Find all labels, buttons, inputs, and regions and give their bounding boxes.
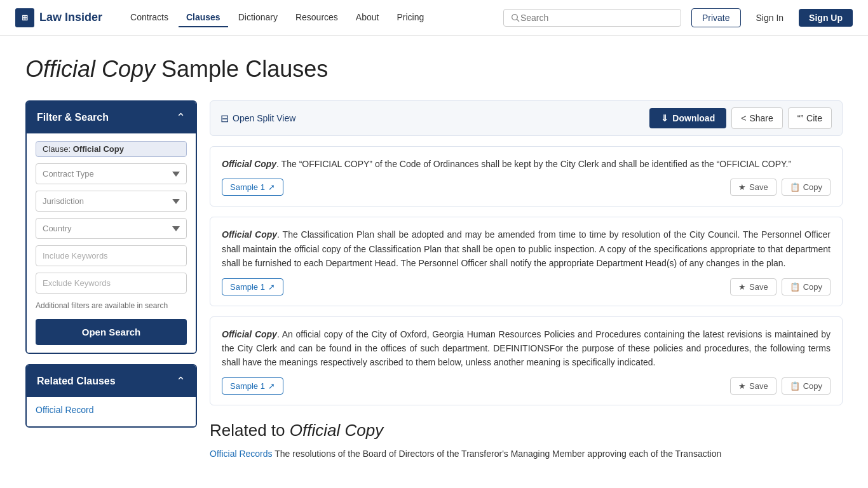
copy-icon-3: 📋	[790, 381, 800, 391]
download-icon: ⇓	[661, 113, 668, 123]
related-title-text: Related to	[210, 421, 290, 440]
filter-header: Filter & Search ⌃	[27, 102, 196, 133]
external-link-icon-3: ➚	[268, 381, 275, 391]
exclude-keywords-input[interactable]	[36, 273, 187, 294]
clause-footer-2: Sample 1 ➚ ★ Save 📋 Copy	[222, 278, 831, 295]
clause-text-2: Official Copy. The Classification Plan s…	[222, 227, 831, 270]
filter-panel: Filter & Search ⌃ Clause: Official Copy …	[25, 100, 197, 354]
related-section-text: Official Records The resolutions of the …	[210, 447, 843, 461]
share-button[interactable]: < Share	[731, 107, 783, 129]
clause-actions-1: ★ Save 📋 Copy	[730, 179, 831, 196]
nav-contracts[interactable]: Contracts	[123, 8, 176, 27]
clause-card-1: Official Copy. The “OFFICIAL COPY” of th…	[210, 146, 843, 207]
navbar-actions: Private Sign In Sign Up	[691, 8, 853, 27]
share-icon: <	[741, 113, 746, 123]
search-bar	[503, 9, 681, 27]
save-label-2: Save	[749, 282, 768, 292]
save-button-2[interactable]: ★ Save	[730, 278, 776, 295]
cite-button[interactable]: “” Cite	[788, 107, 832, 129]
cite-icon: “”	[797, 113, 803, 123]
related-header: Related Clauses ⌃	[27, 365, 196, 397]
signup-button[interactable]: Sign Up	[799, 9, 853, 27]
related-link-official-record[interactable]: Official Record	[36, 405, 187, 415]
cite-label: Cite	[806, 113, 822, 123]
external-link-icon-2: ➚	[268, 282, 275, 292]
nav-about[interactable]: About	[348, 8, 387, 27]
filter-body: Clause: Official Copy Contract Type Juri…	[27, 133, 196, 353]
open-split-view-button[interactable]: Open Split View	[233, 113, 295, 123]
clause-text-3: Official Copy. An official copy of the C…	[222, 327, 831, 370]
search-input[interactable]	[520, 13, 674, 23]
svg-line-1	[517, 19, 519, 22]
save-star-icon-1: ★	[738, 182, 746, 192]
related-chevron-icon[interactable]: ⌃	[176, 374, 186, 388]
navbar: ⊞ Law Insider Contracts Clauses Dictiona…	[0, 0, 868, 36]
page-title-italic: Official Copy	[25, 56, 155, 82]
sample-button-3[interactable]: Sample 1 ➚	[222, 377, 283, 395]
save-button-1[interactable]: ★ Save	[730, 179, 776, 196]
nav-links: Contracts Clauses Dictionary Resources A…	[123, 8, 503, 27]
save-label-3: Save	[749, 381, 768, 391]
copy-label-1: Copy	[803, 182, 822, 192]
sample-button-1[interactable]: Sample 1 ➚	[222, 179, 283, 196]
copy-label-3: Copy	[803, 381, 822, 391]
copy-button-3[interactable]: 📋 Copy	[782, 377, 831, 395]
nav-dictionary[interactable]: Dictionary	[231, 8, 285, 27]
clause-text-1: Official Copy. The “OFFICIAL COPY” of th…	[222, 157, 831, 171]
clause-card-3: Official Copy. An official copy of the C…	[210, 316, 843, 405]
sample-button-2[interactable]: Sample 1 ➚	[222, 278, 283, 295]
filter-chevron-icon[interactable]: ⌃	[176, 111, 186, 125]
copy-button-1[interactable]: 📋 Copy	[782, 179, 831, 196]
signin-button[interactable]: Sign In	[746, 9, 794, 27]
save-button-3[interactable]: ★ Save	[730, 377, 776, 395]
include-keywords-input[interactable]	[36, 245, 187, 266]
sample-label-1: Sample 1	[230, 182, 265, 192]
clause-footer-1: Sample 1 ➚ ★ Save 📋 Copy	[222, 179, 831, 196]
nav-clauses[interactable]: Clauses	[179, 8, 228, 27]
open-search-button[interactable]: Open Search	[36, 319, 187, 345]
nav-pricing[interactable]: Pricing	[389, 8, 431, 27]
save-star-icon-2: ★	[738, 282, 746, 292]
split-view-icon: ⊟	[220, 112, 229, 125]
jurisdiction-select[interactable]: Jurisdiction	[36, 191, 187, 212]
clause-footer-3: Sample 1 ➚ ★ Save 📋 Copy	[222, 377, 831, 395]
clause-body-3: . An official copy of the City of Oxford…	[222, 329, 831, 368]
related-title-italic: Official Copy	[290, 421, 383, 440]
related-title: Related Clauses	[37, 376, 116, 387]
copy-button-2[interactable]: 📋 Copy	[782, 278, 831, 295]
country-select[interactable]: Country	[36, 218, 187, 239]
logo-icon: ⊞	[15, 8, 34, 27]
download-button[interactable]: ⇓ Download	[649, 108, 726, 128]
main-content: ⊟ Open Split View ⇓ Download < Share “” …	[210, 100, 843, 461]
related-body: Official Record	[27, 397, 196, 426]
toolbar-right: ⇓ Download < Share “” Cite	[649, 107, 832, 129]
related-official-records-link[interactable]: Official Records	[210, 449, 273, 459]
private-button[interactable]: Private	[691, 8, 741, 27]
filter-hint: Additional filters are available in sear…	[36, 301, 187, 310]
sample-label-2: Sample 1	[230, 282, 265, 292]
clause-tag-label: Clause:	[43, 144, 71, 154]
clause-tag: Clause: Official Copy	[36, 141, 187, 157]
copy-icon-2: 📋	[790, 282, 800, 292]
logo[interactable]: ⊞ Law Insider	[15, 8, 102, 27]
page-title-rest: Sample Clauses	[155, 56, 328, 82]
search-icon	[510, 13, 520, 23]
clause-term-3: Official Copy	[222, 329, 277, 339]
save-label-1: Save	[749, 182, 768, 192]
contract-type-select[interactable]: Contract Type	[36, 163, 187, 184]
copy-label-2: Copy	[803, 282, 822, 292]
related-section-title: Related to Official Copy	[210, 421, 843, 440]
related-section: Related to Official Copy Official Record…	[210, 421, 843, 461]
toolbar: ⊟ Open Split View ⇓ Download < Share “” …	[210, 100, 843, 136]
clause-tag-value: Official Copy	[73, 144, 124, 154]
svg-point-0	[512, 14, 518, 20]
clause-term-2: Official Copy	[222, 229, 277, 240]
download-label: Download	[672, 113, 715, 123]
nav-resources[interactable]: Resources	[288, 8, 346, 27]
sample-label-3: Sample 1	[230, 381, 265, 391]
external-link-icon-1: ➚	[268, 182, 275, 192]
filter-title: Filter & Search	[37, 112, 109, 123]
sidebar: Filter & Search ⌃ Clause: Official Copy …	[25, 100, 197, 461]
logo-text: Law Insider	[39, 11, 102, 24]
save-star-icon-3: ★	[738, 381, 746, 391]
